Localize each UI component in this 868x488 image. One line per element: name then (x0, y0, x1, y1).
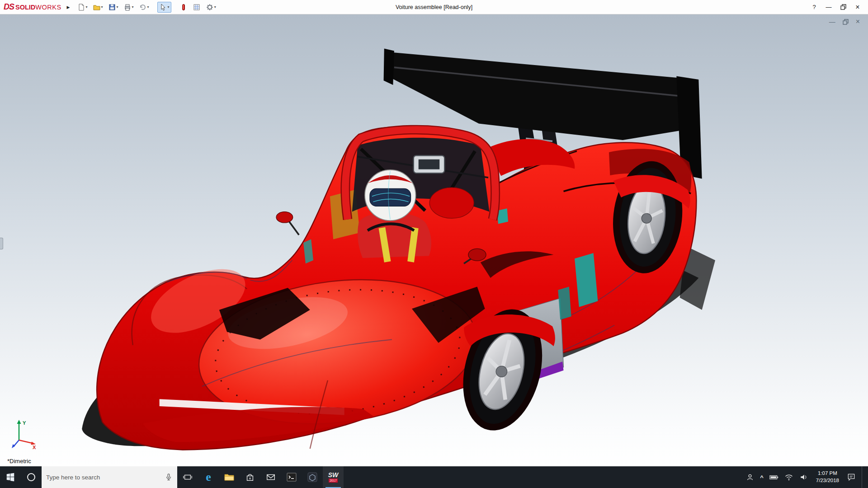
edge-button[interactable]: e (198, 466, 219, 488)
search-input[interactable] (46, 474, 161, 481)
clock-time: 1:07 PM (816, 470, 839, 477)
minimize-button[interactable]: — (822, 2, 835, 12)
mail-button[interactable] (260, 466, 281, 488)
doc-close-button[interactable]: × (856, 18, 860, 25)
store-icon (245, 472, 255, 482)
solidworks-logo: DS SOLID WORKS (4, 2, 61, 12)
window-controls: ? — × (807, 2, 864, 12)
panel-flyout-handle[interactable] (0, 238, 3, 249)
menu-flyout-arrow-icon[interactable]: ▶ (67, 5, 70, 9)
orientation-triad[interactable]: Y X (11, 418, 39, 450)
axis-y-label: Y (23, 420, 26, 426)
new-document-button[interactable]: ▾ (75, 2, 90, 13)
dropdown-arrow-icon[interactable]: ▾ (214, 5, 216, 9)
restore-icon (840, 4, 846, 10)
print-icon (123, 3, 132, 11)
save-button[interactable]: ▾ (106, 2, 120, 13)
brand-works-text: WORKS (35, 4, 61, 11)
doc-minimize-button[interactable]: — (829, 19, 835, 25)
dropdown-arrow-icon[interactable]: ▾ (117, 5, 118, 9)
people-icon[interactable] (746, 473, 754, 481)
undo-icon (139, 3, 147, 11)
taskbar-clock[interactable]: 1:07 PM 7/23/2018 (816, 470, 839, 484)
solidworks-icon: SW (328, 472, 339, 478)
graphics-area[interactable]: — × Y X *Dimetric (0, 14, 868, 466)
command-prompt-icon (286, 472, 297, 483)
solidworks-taskbar-button[interactable]: SW 2017 (323, 466, 344, 488)
doc-restore-icon (843, 19, 849, 25)
options-gear-icon (206, 3, 214, 11)
restore-button[interactable] (836, 2, 850, 12)
design-table-icon (193, 3, 201, 11)
dropdown-arrow-icon[interactable]: ▾ (168, 5, 170, 9)
appearance-icon (179, 3, 188, 11)
microphone-icon[interactable] (165, 473, 173, 481)
action-center-icon[interactable] (847, 473, 856, 482)
volume-icon[interactable] (799, 473, 808, 481)
clock-date: 7/23/2018 (816, 477, 839, 484)
solidworks-year-label: 2017 (329, 479, 338, 483)
mail-icon (266, 472, 276, 482)
3d-viewport[interactable] (0, 14, 868, 466)
new-document-icon (77, 3, 85, 11)
select-tool-button[interactable]: ▾ (157, 2, 171, 13)
network-icon[interactable] (784, 473, 793, 481)
doc-restore-button[interactable] (843, 19, 849, 25)
start-icon (5, 472, 15, 482)
design-table-button[interactable] (191, 2, 203, 13)
battery-icon[interactable] (769, 473, 778, 481)
axis-x-label: X (33, 445, 36, 450)
open-button[interactable]: ▾ (91, 2, 105, 13)
command-prompt-button[interactable] (281, 466, 302, 488)
save-icon (108, 3, 116, 11)
ds-logo: DS (4, 2, 14, 12)
appearance-button[interactable] (178, 2, 189, 13)
dropdown-arrow-icon[interactable]: ▾ (86, 5, 88, 9)
windows-taskbar: e SW 2017 (0, 466, 868, 488)
undo-button[interactable]: ▾ (137, 2, 151, 13)
taskbar-search[interactable] (42, 466, 177, 488)
edge-icon: e (206, 470, 211, 484)
task-view-button[interactable] (177, 466, 198, 488)
select-cursor-icon (159, 3, 167, 11)
cortana-button[interactable] (21, 466, 42, 488)
open-icon (93, 3, 101, 11)
close-button[interactable]: × (851, 2, 864, 12)
titlebar: DS SOLID WORKS ▶ ▾ ▾ ▾ ▾ ▾ ▾ (0, 0, 868, 14)
file-explorer-icon (224, 472, 235, 483)
file-explorer-button[interactable] (219, 466, 240, 488)
start-button[interactable] (0, 466, 21, 488)
show-desktop-button[interactable] (862, 466, 864, 488)
hidden-icons-chevron[interactable]: ^ (760, 474, 764, 481)
main-toolbar: ▾ ▾ ▾ ▾ ▾ ▾ ▾ (75, 2, 218, 13)
dropdown-arrow-icon[interactable]: ▾ (101, 5, 103, 9)
helmet-visor (370, 188, 411, 206)
view-orientation-label: *Dimetric (7, 458, 31, 465)
system-tray: ^ 1:07 PM 7/23/2018 (746, 466, 868, 488)
document-window-controls: — × (829, 18, 860, 25)
options-button[interactable]: ▾ (204, 2, 218, 13)
app-dark-icon (307, 472, 318, 483)
cortana-icon (26, 472, 36, 482)
dropdown-arrow-icon[interactable]: ▾ (132, 5, 134, 9)
window-title: Voiture assemblee [Read-only] (396, 4, 472, 10)
dropdown-arrow-icon[interactable]: ▾ (147, 5, 149, 9)
store-button[interactable] (240, 466, 260, 488)
app-dark-button[interactable] (302, 466, 323, 488)
brand-solid-text: SOLID (15, 4, 35, 11)
print-button[interactable]: ▾ (122, 2, 136, 13)
task-view-icon (183, 472, 193, 482)
help-button[interactable]: ? (807, 2, 821, 12)
